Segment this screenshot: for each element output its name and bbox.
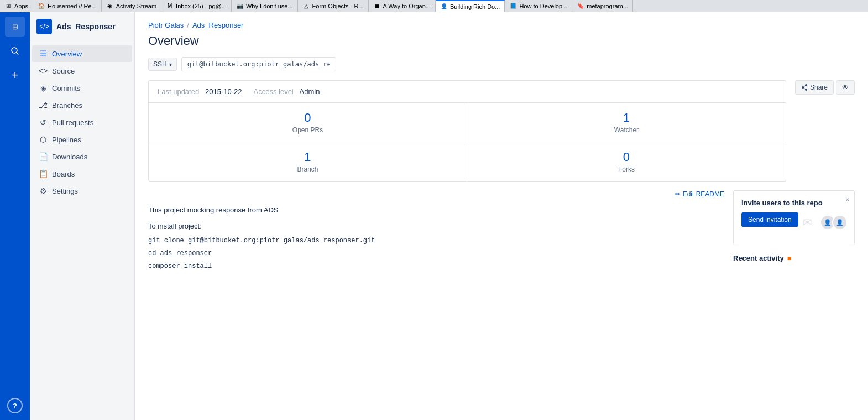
breadcrumb: Piotr Galas / Ads_Responser	[148, 21, 855, 29]
apps-icon-button[interactable]: ⊞	[5, 17, 25, 37]
code-line-2: composer install	[148, 261, 724, 272]
nav-icon-settings: ⚙	[39, 186, 48, 195]
access-level-value: Admin	[300, 87, 320, 96]
browser-tab-housemed[interactable]: 🏠Housemed // Re...	[33, 0, 102, 12]
clone-url-input[interactable]	[181, 57, 336, 71]
browser-tab-metaprogram[interactable]: 🔖metaprogram...	[572, 0, 633, 12]
bottom-row: ✏ Edit README This project mocking respo…	[148, 190, 855, 274]
tab-label-housemed: Housemed // Re...	[48, 3, 97, 9]
sidebar-header: </> Ads_Responser	[30, 12, 134, 40]
tab-favicon-activity-stream: ◉	[106, 2, 114, 10]
tab-favicon-form-objects: △	[302, 2, 310, 10]
nav-icon-branches: ⎇	[39, 101, 48, 110]
watchers-stat: 1 Watcher	[467, 103, 786, 142]
nav-label-branches: Branches	[52, 101, 82, 110]
repo-icon: </>	[36, 19, 52, 34]
install-label: To install project:	[148, 221, 724, 232]
sidebar-item-pipelines[interactable]: ⬡Pipelines	[32, 131, 132, 148]
branches-stat: 1 Branch	[149, 142, 467, 181]
main-content: Piotr Galas / Ads_Responser Overview SSH…	[135, 12, 868, 420]
stats-share-row: Last updated 2015-10-22 Access level Adm…	[148, 80, 855, 182]
invite-title: Invite users to this repo	[741, 199, 846, 207]
readme-content: This project mocking response from ADS T…	[148, 205, 724, 272]
nav-icon-commits: ◈	[39, 84, 48, 92]
browser-tab-activity-stream[interactable]: ◉Activity Stream	[102, 0, 161, 12]
breadcrumb-user[interactable]: Piotr Galas	[148, 21, 184, 29]
nav-label-overview: Overview	[52, 50, 82, 58]
nav-icon-downloads: 📄	[39, 152, 48, 161]
browser-tab-form-objects[interactable]: △Form Objects - R...	[298, 0, 369, 12]
share-button[interactable]: Share	[795, 80, 834, 95]
browser-tab-why-i-dont[interactable]: 📷Why I don't use...	[232, 0, 298, 12]
invite-panel: × Invite users to this repo Send invitat…	[733, 190, 855, 245]
clone-bar: SSH ▾	[148, 57, 855, 71]
avatar-group: 👤 👤	[820, 215, 844, 230]
stats-grid: 0 Open PRs 1 Watcher 1 Branch 0 Forks	[149, 103, 786, 181]
tab-favicon-a-way-to-organ: ◼	[373, 2, 381, 10]
sidebar-item-boards[interactable]: 📋Boards	[32, 165, 132, 182]
nav-label-downloads: Downloads	[52, 153, 87, 161]
sidebar-item-settings[interactable]: ⚙Settings	[32, 183, 132, 199]
project-description: This project mocking response from ADS	[148, 205, 724, 216]
sidebar-item-pull-requests[interactable]: ↺Pull requests	[32, 114, 132, 131]
browser-tab-inbox[interactable]: MInbox (25) - pg@...	[161, 0, 232, 12]
nav-icon-source: <>	[39, 66, 48, 75]
tab-label-building-rich: Building Rich Do...	[450, 3, 500, 10]
avatar-2: 👤	[832, 215, 848, 230]
invite-close-button[interactable]: ×	[845, 195, 850, 204]
edit-readme-label: Edit README	[683, 190, 724, 198]
sidebar: </> Ads_Responser ☰Overview<>Source◈Comm…	[30, 12, 135, 420]
nav-icon-boards: 📋	[39, 169, 48, 178]
watch-button[interactable]: 👁	[836, 80, 855, 95]
ssh-protocol-button[interactable]: SSH ▾	[148, 58, 177, 71]
browser-tab-a-way-to-organ[interactable]: ◼A Way to Organ...	[369, 0, 436, 12]
search-icon-button[interactable]	[5, 41, 25, 61]
sidebar-nav: ☰Overview<>Source◈Commits⎇Branches↺Pull …	[30, 40, 134, 204]
stats-box: Last updated 2015-10-22 Access level Adm…	[148, 80, 786, 182]
repo-name: Ads_Responser	[56, 22, 116, 31]
watch-icon: 👁	[842, 84, 849, 91]
last-updated-label: Last updated	[158, 87, 199, 96]
edit-icon: ✏	[675, 190, 681, 198]
open-prs-stat: 0 Open PRs	[149, 103, 467, 142]
browser-tab-how-to-develop[interactable]: 📘How to Develop...	[505, 0, 572, 12]
browser-tab-apps[interactable]: ⊞Apps	[0, 0, 33, 12]
tab-favicon-how-to-develop: 📘	[509, 2, 517, 10]
tab-label-a-way-to-organ: A Way to Organ...	[383, 3, 431, 9]
tab-label-how-to-develop: How to Develop...	[519, 3, 567, 9]
ssh-label: SSH	[153, 60, 167, 68]
browser-tabs: ⊞Apps🏠Housemed // Re...◉Activity StreamM…	[0, 0, 868, 12]
nav-label-pipelines: Pipelines	[52, 136, 81, 144]
help-icon-button[interactable]: ?	[7, 398, 23, 413]
forks-count: 0	[480, 150, 772, 164]
add-icon-button[interactable]: +	[5, 65, 25, 85]
sidebar-item-source[interactable]: <>Source	[32, 63, 132, 79]
share-label: Share	[810, 84, 828, 91]
rss-icon[interactable]: ■	[787, 255, 791, 262]
tab-label-form-objects: Form Objects - R...	[312, 3, 364, 9]
recent-activity-section: Recent activity ■	[733, 254, 855, 262]
breadcrumb-separator: /	[187, 21, 189, 29]
sidebar-item-overview[interactable]: ☰Overview	[32, 45, 132, 62]
page-title: Overview	[148, 34, 855, 48]
tab-favicon-why-i-dont: 📷	[236, 2, 244, 10]
tab-favicon-apps: ⊞	[4, 2, 12, 10]
watchers-count: 1	[480, 111, 772, 125]
sidebar-item-downloads[interactable]: 📄Downloads	[32, 148, 132, 165]
tab-label-why-i-dont: Why I don't use...	[246, 3, 293, 9]
sidebar-item-branches[interactable]: ⎇Branches	[32, 97, 132, 113]
branches-count: 1	[162, 150, 453, 164]
edit-readme-link[interactable]: ✏ Edit README	[148, 190, 724, 198]
nav-label-settings: Settings	[52, 187, 78, 195]
browser-tab-building-rich[interactable]: 👤Building Rich Do...	[436, 0, 505, 12]
readme-area: ✏ Edit README This project mocking respo…	[148, 190, 724, 274]
tab-label-apps: Apps	[14, 3, 28, 9]
tab-label-activity-stream: Activity Stream	[116, 3, 156, 9]
breadcrumb-repo[interactable]: Ads_Responser	[192, 21, 244, 29]
send-invitation-button[interactable]: Send invitation	[741, 212, 798, 227]
right-panel: × Invite users to this repo Send invitat…	[733, 190, 855, 274]
tab-favicon-building-rich: 👤	[440, 3, 448, 11]
svg-line-1	[17, 53, 18, 54]
nav-label-source: Source	[52, 67, 75, 75]
sidebar-item-commits[interactable]: ◈Commits	[32, 80, 132, 96]
